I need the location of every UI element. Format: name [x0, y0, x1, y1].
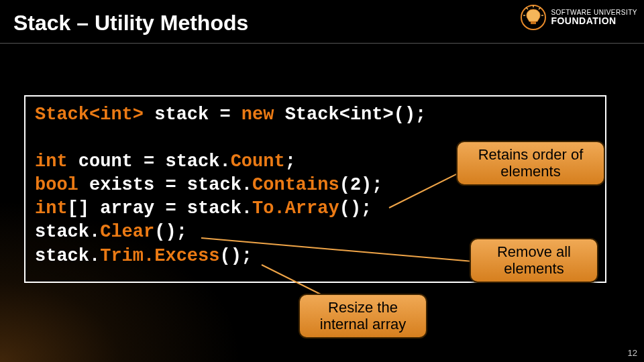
callout-remove-all: Remove all elements	[470, 238, 598, 283]
page-title: Stack – Utility Methods	[13, 11, 248, 36]
divider	[0, 43, 644, 44]
brand-logo: SOFTWARE UNIVERSITY FOUNDATION	[520, 4, 637, 31]
callout-retain-order: Retains order of elements	[456, 141, 605, 186]
slide: Stack – Utility Methods SOFTWARE UNIVERS…	[0, 0, 644, 362]
callout-resize: Resize the internal array	[299, 294, 427, 339]
svg-rect-1	[531, 21, 536, 24]
logo-text: SOFTWARE UNIVERSITY FOUNDATION	[551, 9, 637, 26]
page-number: 12	[628, 348, 637, 358]
lightbulb-icon	[520, 4, 547, 31]
